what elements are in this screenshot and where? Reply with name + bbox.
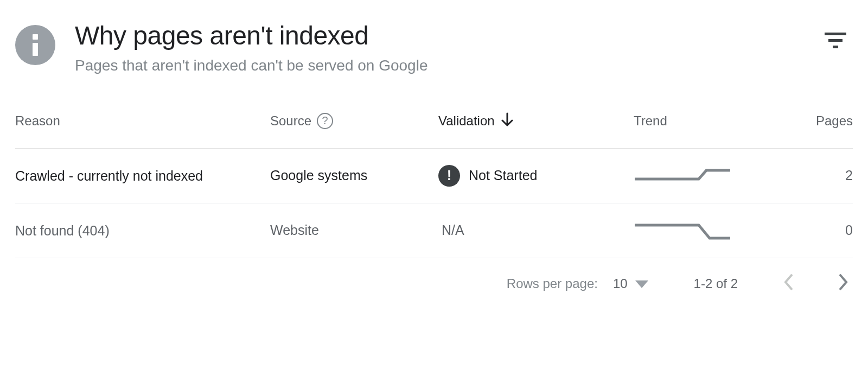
column-header-validation[interactable]: Validation <box>438 112 590 130</box>
validation-badge: ! Not Started <box>438 165 537 187</box>
next-page-button[interactable] <box>838 273 848 294</box>
rows-per-page-label: Rows per page: <box>507 276 598 291</box>
section-subtitle: Pages that aren't indexed can't be serve… <box>75 57 805 74</box>
table-row[interactable]: Crawled - currently not indexed Google s… <box>15 149 853 203</box>
cell-trend <box>590 165 753 187</box>
svg-rect-0 <box>33 34 38 40</box>
prev-page-button[interactable] <box>783 273 794 294</box>
cell-reason: Crawled - currently not indexed <box>15 165 270 187</box>
info-icon <box>15 25 55 65</box>
sparkline-up-icon <box>634 165 731 187</box>
table-row[interactable]: Not found (404) Website N/A 0 <box>15 203 853 258</box>
alert-icon: ! <box>438 165 460 187</box>
cell-trend <box>590 220 753 241</box>
pages-count: 0 <box>845 222 853 238</box>
pagination-range: 1-2 of 2 <box>694 276 738 291</box>
rows-per-page-value: 10 <box>613 276 628 291</box>
svg-rect-2 <box>825 33 846 35</box>
cell-pages: 0 <box>753 222 853 238</box>
svg-rect-4 <box>833 46 838 48</box>
table-pagination: Rows per page: 10 1-2 of 2 <box>15 258 853 294</box>
section-header: Why pages aren't indexed Pages that aren… <box>15 22 853 74</box>
cell-reason: Not found (404) <box>15 220 270 241</box>
reasons-table: Reason Source ? Validation Trend Pages C… <box>15 112 853 258</box>
table-header-row: Reason Source ? Validation Trend Pages <box>15 112 853 149</box>
cell-source: Website <box>270 222 438 238</box>
validation-status-text: N/A <box>438 222 464 238</box>
cell-pages: 2 <box>753 168 853 183</box>
header-text-block: Why pages aren't indexed Pages that aren… <box>75 22 805 74</box>
pages-count: 2 <box>845 168 853 183</box>
svg-rect-3 <box>828 39 843 42</box>
rows-per-page: Rows per page: 10 <box>507 276 648 291</box>
cell-validation: N/A <box>438 222 590 238</box>
column-header-trend[interactable]: Trend <box>590 113 753 129</box>
column-header-source-label: Source <box>270 113 311 129</box>
filter-button[interactable] <box>825 33 846 51</box>
svg-marker-5 <box>635 280 648 288</box>
svg-rect-1 <box>33 43 38 56</box>
rows-per-page-select[interactable]: 10 <box>613 276 648 291</box>
chevron-down-icon <box>635 276 648 291</box>
cell-validation: ! Not Started <box>438 165 590 187</box>
pagination-nav <box>783 273 848 294</box>
help-icon[interactable]: ? <box>317 113 333 129</box>
section-title: Why pages aren't indexed <box>75 22 805 50</box>
column-header-reason[interactable]: Reason <box>15 113 270 129</box>
cell-source: Google systems <box>270 168 438 183</box>
column-header-source[interactable]: Source ? <box>270 113 438 129</box>
column-header-validation-label: Validation <box>438 113 495 129</box>
validation-status-text: Not Started <box>469 168 537 183</box>
sparkline-down-icon <box>634 220 731 241</box>
sort-descending-icon <box>500 112 514 130</box>
column-header-pages[interactable]: Pages <box>753 113 853 129</box>
